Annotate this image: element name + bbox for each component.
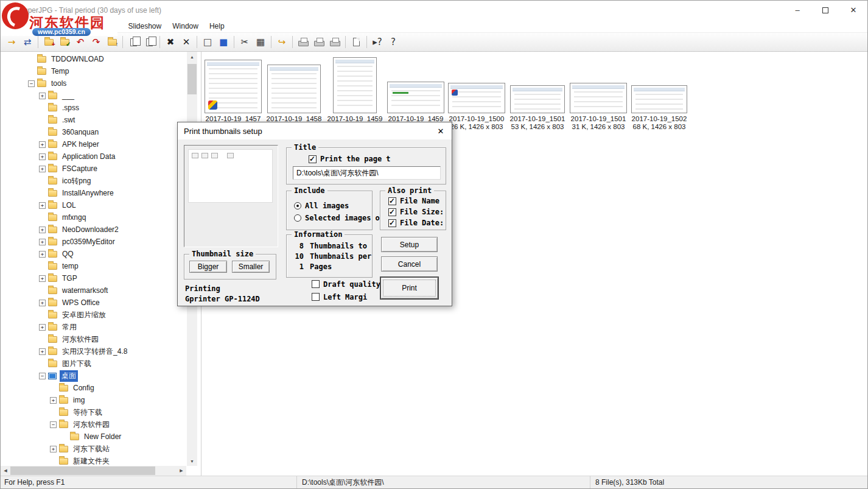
scroll-left-icon[interactable]: ◀	[1, 466, 10, 476]
tree-item[interactable]: 新建文件夹	[1, 455, 186, 466]
thumbnail-item[interactable]: 2017-10-19_145946 K, 868 x 489	[326, 55, 384, 131]
plus-box-icon[interactable]: +	[50, 397, 57, 404]
tree-item[interactable]: temp	[1, 260, 186, 272]
tree-horizontal-scrollbar[interactable]: ◀ ▶	[1, 466, 186, 476]
menu-window[interactable]: Window	[167, 21, 204, 32]
tree-item[interactable]: +实用汉字转拼音_4.8	[1, 345, 186, 357]
plus-box-icon[interactable]: +	[39, 153, 46, 160]
print-option[interactable]: Draft quality	[312, 278, 380, 290]
menu-favorites[interactable]: Favorites	[55, 21, 96, 32]
folder-up-button[interactable]: ↑	[104, 34, 120, 50]
setup-button[interactable]: Setup	[381, 237, 438, 252]
cancel-button[interactable]: Cancel	[381, 256, 438, 272]
tree-item[interactable]: +WPS Office	[1, 297, 186, 309]
tree-item[interactable]: 图片下载	[1, 357, 186, 370]
print-setup-button[interactable]	[295, 34, 311, 50]
also-print-option[interactable]: File Date:	[388, 217, 446, 228]
minus-box-icon[interactable]: −	[50, 421, 57, 428]
tree-item[interactable]: +NeoDownloader2	[1, 223, 186, 236]
select-all-button[interactable]: ■	[215, 34, 231, 50]
tree-item[interactable]: +河东下载站	[1, 443, 186, 455]
tree-item[interactable]: .swt	[1, 114, 186, 126]
minus-box-icon[interactable]: −	[28, 80, 35, 87]
scroll-up-icon[interactable]: ▲	[187, 52, 197, 62]
tree-item[interactable]: .spss	[1, 102, 186, 114]
thumbnail-image[interactable]	[387, 82, 444, 113]
maximize-button[interactable]	[811, 1, 839, 19]
thumbnail-item[interactable]: 2017-10-19_150026 K, 868 x 489	[447, 55, 506, 131]
tree-expand-plus-icon[interactable]: +	[39, 239, 48, 245]
plus-box-icon[interactable]: +	[39, 251, 46, 258]
print-button[interactable]	[311, 34, 327, 50]
scroll-right-icon[interactable]: ▶	[177, 466, 186, 476]
tree-expand-plus-icon[interactable]: +	[39, 348, 48, 355]
plus-box-icon[interactable]: +	[39, 141, 46, 148]
thumbnail-image[interactable]	[570, 83, 627, 113]
dialog-close-button[interactable]: ✕	[430, 122, 452, 139]
print-button[interactable]: Print	[380, 276, 439, 300]
crop-button[interactable]: ✂	[237, 34, 253, 50]
tree-item[interactable]: mfxngq	[1, 211, 186, 223]
tree-item[interactable]: +TGP	[1, 272, 186, 284]
tree-item[interactable]: InstallAnywhere	[1, 187, 186, 199]
also-print-option[interactable]: File Size:	[388, 206, 446, 217]
plus-box-icon[interactable]: +	[39, 239, 46, 245]
tree-item[interactable]: watermarksoft	[1, 284, 186, 297]
thumbnail-item[interactable]: 2017-10-19_150131 K, 868 x 489	[569, 55, 628, 131]
plus-box-icon[interactable]: +	[39, 227, 46, 233]
tree-expand-plus-icon[interactable]: +	[39, 251, 48, 258]
folder-properties-button[interactable]: ✓	[57, 34, 72, 50]
tree-expand-minus-icon[interactable]: −	[50, 421, 59, 428]
minimize-button[interactable]: –	[783, 1, 811, 19]
plus-box-icon[interactable]: +	[39, 348, 46, 355]
tree-expand-plus-icon[interactable]: +	[50, 446, 59, 452]
thumbnail-image[interactable]	[267, 65, 321, 113]
plus-box-icon[interactable]: +	[39, 93, 46, 99]
plus-box-icon[interactable]: +	[39, 300, 46, 306]
vertical-scrollbar-thumb[interactable]	[187, 64, 197, 94]
tree-item[interactable]: −tools	[1, 77, 186, 90]
minus-box-icon[interactable]: −	[39, 373, 46, 379]
tree-item[interactable]: New Folder	[1, 431, 186, 443]
tree-item[interactable]: TDDOWNLOAD	[1, 53, 186, 65]
redo-button[interactable]: ↷	[88, 34, 104, 50]
plus-box-icon[interactable]: +	[50, 446, 57, 452]
tree-item[interactable]: +QQ	[1, 248, 186, 260]
thumbnail-item[interactable]: 2017-10-19_150153 K, 868 x 489	[508, 55, 567, 131]
thumbnail-item[interactable]: 2017-10-19_145926 K, 868 x 489	[387, 55, 445, 131]
tree-item[interactable]: 河东软件园	[1, 333, 186, 345]
export-page-button[interactable]	[348, 34, 364, 50]
thumbnail-image[interactable]	[510, 85, 565, 113]
plus-box-icon[interactable]: +	[39, 324, 46, 331]
tree-item[interactable]: +APK helper	[1, 138, 186, 150]
tree-expand-plus-icon[interactable]: +	[39, 202, 48, 209]
tree-expand-plus-icon[interactable]: +	[39, 275, 48, 282]
include-option[interactable]: Selected images o	[294, 212, 372, 224]
tree-expand-plus-icon[interactable]: +	[50, 397, 59, 404]
tree-item[interactable]: Temp	[1, 65, 186, 77]
tree-expand-plus-icon[interactable]: +	[39, 300, 48, 306]
thumbnail-item[interactable]: 2017-10-19_145726 K, 868 x 489	[204, 55, 262, 131]
tree-item[interactable]: −河东软件园	[1, 418, 186, 431]
refresh-folders-button[interactable]: ⇄	[19, 34, 35, 50]
bigger-button[interactable]: Bigger	[189, 261, 227, 273]
print-option[interactable]: Left Margi	[312, 290, 380, 303]
copy-button[interactable]	[125, 34, 141, 50]
tree-expand-minus-icon[interactable]: −	[28, 80, 37, 87]
tree-item[interactable]: +FSCapture	[1, 163, 186, 175]
thumbnail-image[interactable]	[205, 60, 262, 113]
thumbnail-image[interactable]	[448, 83, 505, 113]
tree-expand-minus-icon[interactable]: −	[39, 373, 48, 379]
undo-button[interactable]: ↶	[72, 34, 88, 50]
acquire-image-button[interactable]: →	[4, 34, 19, 50]
smaller-button[interactable]: Smaller	[232, 261, 270, 273]
tree-item[interactable]: −桌面	[1, 370, 186, 382]
menu-slideshow[interactable]: Slideshow	[123, 21, 167, 32]
goto-image-button[interactable]: ↪	[274, 34, 290, 50]
menu-file[interactable]: File	[4, 21, 27, 32]
print-page-title-checkbox[interactable]: Print the page t	[309, 153, 391, 165]
paste-button[interactable]	[141, 34, 157, 50]
print-thumbnails-button[interactable]	[327, 34, 343, 50]
tree-item[interactable]: +LOL	[1, 199, 186, 211]
plus-box-icon[interactable]: +	[39, 166, 46, 172]
